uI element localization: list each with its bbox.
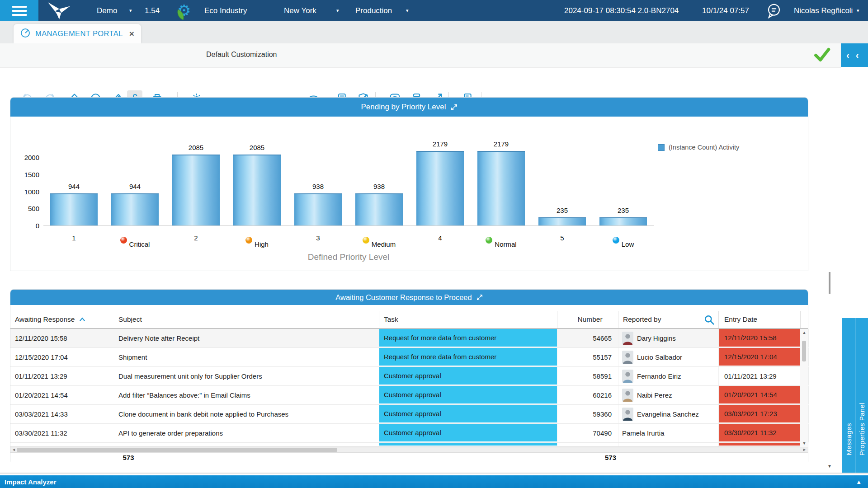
- caret-down-icon[interactable]: ▾: [129, 0, 132, 21]
- confirm-check-icon[interactable]: [812, 47, 832, 62]
- customization-dropdown[interactable]: Default Customization: [206, 47, 277, 62]
- cell-awaiting-response: 12/11/2020 15:58: [10, 329, 111, 347]
- cell-entry-date: 01/11/2021 13:29: [719, 367, 801, 385]
- x-category-label: 2: [165, 230, 226, 248]
- app-bird-logo-icon: [46, 0, 71, 21]
- scroll-left-icon[interactable]: ◄: [12, 447, 16, 452]
- cell-task: Customer approval: [379, 405, 557, 423]
- scrollbar-thumb[interactable]: [802, 341, 806, 361]
- avatar: [622, 407, 633, 421]
- scroll-down-icon[interactable]: ▼: [800, 441, 808, 446]
- chevron-left-icon[interactable]: ‹: [846, 50, 849, 61]
- bar[interactable]: [416, 151, 464, 225]
- side-tab-label: Properties Panel: [858, 403, 866, 455]
- workspace-dropdown[interactable]: Demo: [97, 0, 117, 21]
- bar-value-label: 235: [593, 206, 654, 214]
- caret-down-icon[interactable]: ▾: [336, 0, 339, 21]
- summary-count: 573: [571, 454, 616, 461]
- user-menu[interactable]: Nicolas Regñicoli: [794, 0, 853, 21]
- plot-area: 9449442085208593893821792179235235: [43, 117, 654, 226]
- search-icon[interactable]: [704, 314, 715, 327]
- bar-value-label: 944: [43, 183, 104, 190]
- page-vertical-scrollbar[interactable]: ▼: [826, 68, 833, 473]
- table-horizontal-scrollbar[interactable]: ◄ ►: [10, 447, 808, 453]
- bar-slot: 938: [349, 117, 410, 225]
- bar[interactable]: [172, 155, 220, 225]
- bar-chart: (Instance Count) Activity 05001000150020…: [10, 117, 808, 271]
- impact-analyzer-bar[interactable]: Impact Analyzer ▲: [0, 475, 868, 488]
- table-vertical-scrollbar[interactable]: ▲ ▼: [800, 329, 808, 447]
- side-tab-properties-panel[interactable]: Properties Panel: [855, 318, 868, 473]
- caret-down-icon[interactable]: ▾: [406, 0, 409, 21]
- chevron-left-icon[interactable]: ‹: [856, 50, 859, 61]
- priority-legend-item: High: [226, 230, 288, 248]
- table-row[interactable]: 03/30/2021 11:32API to generate order pr…: [10, 424, 808, 443]
- location-dropdown[interactable]: New York: [284, 0, 316, 21]
- priority-dot-icon: [245, 237, 252, 244]
- app-root: Demo ▾ 1.54 ⚙ Eco Industry New York ▾ Pr…: [0, 0, 868, 488]
- hamburger-menu-button[interactable]: [0, 0, 38, 21]
- table-body: 12/11/2020 15:58Delivery Note after Rece…: [10, 329, 808, 447]
- bar[interactable]: [538, 217, 586, 225]
- reporter-name: Lucio Salbador: [637, 353, 682, 361]
- scroll-up-icon[interactable]: ▲: [800, 330, 808, 335]
- bar-value-label: 235: [532, 206, 593, 214]
- column-header-reported-by[interactable]: Reported by: [618, 311, 719, 328]
- bar[interactable]: [477, 151, 525, 225]
- environment-dropdown[interactable]: Production: [355, 0, 392, 21]
- x-axis-group: 2High: [165, 230, 288, 248]
- column-header-entry-date[interactable]: Entry Date: [719, 311, 801, 328]
- cell-awaiting-response: 01/11/2021 13:29: [10, 367, 111, 385]
- close-icon[interactable]: ×: [129, 29, 134, 39]
- table-row[interactable]: 01/11/2021 13:29Dual measurement unit on…: [10, 367, 808, 386]
- summary-count: 573: [119, 454, 138, 461]
- bar-slot: 2179: [410, 117, 471, 225]
- x-axis-title: Defined Priority Level: [43, 252, 654, 262]
- column-header-task[interactable]: Task: [379, 311, 557, 328]
- table-panel-title: Awaiting Customer Response to Proceed: [335, 293, 472, 302]
- column-header-awaiting-response[interactable]: Awaiting Response: [10, 311, 111, 328]
- column-header-subject[interactable]: Subject: [111, 311, 379, 328]
- scrollbar-thumb[interactable]: [17, 448, 337, 452]
- table-row[interactable]: 12/11/2020 15:58Delivery Note after Rece…: [10, 329, 808, 348]
- impact-analyzer-title: Impact Analyzer: [5, 478, 57, 486]
- sort-ascending-icon[interactable]: [79, 317, 85, 322]
- x-category-label: 3: [288, 230, 349, 248]
- tab-management-portal[interactable]: MANAGEMENT PORTAL ×: [14, 24, 141, 43]
- cell-entry-date: 12/15/2020 17:04: [719, 348, 801, 366]
- priority-legend-item: Normal: [471, 230, 532, 248]
- bar[interactable]: [233, 155, 281, 225]
- cell-reported-by: Lucio Salbador: [618, 348, 719, 366]
- scroll-right-icon[interactable]: ►: [802, 447, 807, 452]
- bar-value-label: 2085: [165, 144, 226, 151]
- table-row[interactable]: 12/15/2020 17:04ShipmentRequest for more…: [10, 348, 808, 367]
- bar-value-label: 938: [288, 183, 349, 190]
- bar[interactable]: [50, 193, 98, 225]
- bar[interactable]: [599, 217, 647, 225]
- y-axis-ticks: 0500100015002000: [12, 117, 39, 226]
- caret-down-icon[interactable]: ▾: [857, 0, 859, 21]
- bar[interactable]: [355, 193, 403, 225]
- expand-panel-icon[interactable]: [476, 294, 483, 300]
- bar-value-label: 938: [349, 183, 410, 190]
- side-tab-messages[interactable]: Messages: [842, 318, 855, 473]
- scrollbar-thumb[interactable]: [829, 272, 830, 294]
- chevron-up-icon[interactable]: ▲: [856, 479, 862, 485]
- chart-panel-title-bar: Pending by Priority Level: [10, 98, 808, 117]
- table-row[interactable]: 01/20/2021 14:54Add filter “Balances abo…: [10, 386, 808, 405]
- priority-label: Medium: [372, 240, 396, 248]
- expand-panel-icon[interactable]: [451, 104, 458, 111]
- table-row[interactable]: 03/03/2021 14:33Clone document in bank d…: [10, 405, 808, 424]
- messages-bubble-icon[interactable]: [765, 0, 783, 21]
- cell-number: 54665: [557, 329, 618, 347]
- cell-awaiting-response: 01/20/2021 14:54: [10, 386, 111, 404]
- bar[interactable]: [294, 193, 342, 225]
- column-header-number[interactable]: Number: [557, 311, 618, 328]
- cell-entry-date: 01/20/2021 14:54: [719, 386, 801, 404]
- avatar: [622, 331, 633, 345]
- scroll-down-icon[interactable]: ▼: [826, 464, 833, 469]
- cell-subject: Clone document in bank debit note applie…: [111, 405, 379, 423]
- cell-task: Request for more data from customer: [379, 348, 557, 366]
- bar-value-label: 944: [104, 183, 165, 190]
- bar[interactable]: [111, 193, 159, 225]
